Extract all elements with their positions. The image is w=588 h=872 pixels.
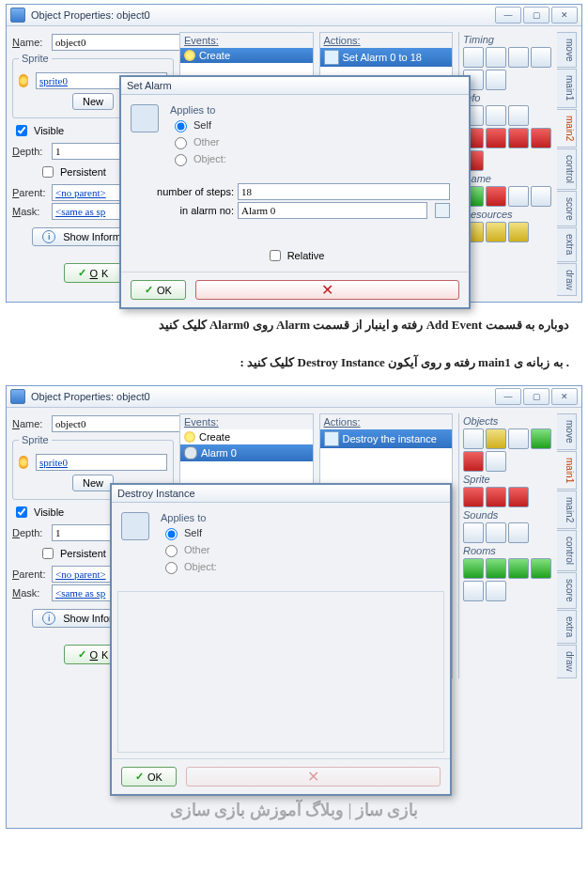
tab-move[interactable]: move (557, 32, 577, 68)
goto-room-icon[interactable] (531, 558, 551, 579)
action-destroy[interactable]: Destroy the instance (320, 429, 453, 448)
create-moving-icon[interactable] (486, 428, 506, 449)
tab-main2[interactable]: main2 (557, 109, 577, 148)
name-input[interactable] (52, 34, 183, 51)
instruction-2: . به زبانه ی main1 رفته و روی آیکون Dest… (0, 344, 588, 382)
destroy-instance-icon[interactable] (463, 451, 484, 472)
alarmno-select[interactable] (238, 202, 427, 219)
applies-other-radio[interactable]: Other (161, 542, 217, 557)
visible-checkbox[interactable] (16, 506, 27, 518)
sleep-icon[interactable] (486, 47, 506, 68)
event-create[interactable]: Create (180, 429, 313, 444)
applies-to-icon[interactable] (121, 512, 149, 540)
red4-icon[interactable] (531, 128, 551, 148)
stop-sound-icon[interactable] (486, 522, 506, 543)
dropdown-icon[interactable] (435, 203, 450, 218)
applies-self-radio[interactable]: Self (170, 117, 226, 132)
tab-score[interactable]: score (557, 191, 577, 226)
sprite-preview-icon (19, 456, 28, 469)
maximize-button[interactable]: ▢ (523, 7, 549, 23)
destroy-action-icon (324, 431, 339, 446)
tab-extra[interactable]: extra (557, 227, 577, 261)
applies-self-radio[interactable]: Self (161, 525, 217, 540)
applies-other-radio[interactable]: Other (170, 134, 226, 149)
check-sound-icon[interactable] (508, 522, 529, 543)
dialog-cancel-button[interactable]: ✕ (195, 280, 459, 300)
tab-draw[interactable]: draw (557, 645, 577, 678)
dialog-cancel-button[interactable]: ✕ (186, 767, 441, 786)
persistent-checkbox[interactable] (42, 548, 54, 559)
sprite2-icon[interactable] (486, 487, 506, 507)
close-button[interactable]: ✕ (551, 7, 578, 23)
applies-object-radio[interactable]: Object: (161, 559, 217, 574)
change-instance-icon[interactable] (531, 428, 551, 449)
info-action-icon[interactable] (486, 105, 506, 126)
action-categories: Timing Info Game Resources (458, 32, 551, 296)
res3-icon[interactable] (508, 222, 529, 242)
event-create[interactable]: Create (180, 48, 313, 63)
visible-checkbox[interactable] (16, 125, 27, 136)
applies-object-radio[interactable]: Object: (170, 151, 226, 166)
new-sprite-button[interactable]: New (72, 93, 114, 110)
app-icon (10, 389, 25, 404)
titlebar: Object Properties: object0 — ▢ ✕ (7, 5, 581, 26)
next-room-icon[interactable] (486, 558, 506, 579)
tab-move[interactable]: move (557, 413, 577, 449)
alarm-event-icon (184, 446, 197, 459)
close-button[interactable]: ✕ (551, 388, 578, 405)
ok-button[interactable]: OK (64, 263, 123, 283)
tab-control[interactable]: control (557, 530, 577, 571)
destroy-pos-icon[interactable] (486, 451, 506, 472)
load-icon[interactable] (531, 186, 551, 207)
new-sprite-button[interactable]: New (72, 475, 114, 491)
prev-room-icon[interactable] (463, 558, 484, 579)
maximize-button[interactable]: ▢ (523, 388, 549, 405)
timeline-icon[interactable] (508, 47, 529, 68)
sprite1-icon[interactable] (463, 487, 484, 507)
endgame-icon[interactable] (486, 186, 506, 207)
sprite3-icon[interactable] (508, 487, 529, 507)
restart-room-icon[interactable] (508, 558, 529, 579)
dialog-ok-button[interactable]: OK (131, 280, 186, 300)
tab-main1[interactable]: main1 (557, 451, 577, 490)
check-next-icon[interactable] (486, 581, 506, 601)
persistent-checkbox[interactable] (42, 166, 54, 178)
titlebar: Object Properties: object0 — ▢ ✕ (7, 386, 581, 408)
red2-icon[interactable] (486, 128, 506, 148)
visible-label: Visible (34, 506, 64, 518)
minimize-button[interactable]: — (495, 388, 521, 405)
tab-control[interactable]: control (557, 148, 577, 190)
events-header: Events: (180, 414, 313, 429)
timeline-pos-icon[interactable] (531, 47, 551, 68)
tab-draw[interactable]: draw (557, 263, 577, 297)
applies-to-icon[interactable] (131, 104, 159, 132)
tab-extra[interactable]: extra (557, 610, 577, 644)
sprite-select[interactable] (36, 454, 167, 471)
event-alarm0[interactable]: Alarm 0 (180, 444, 313, 461)
timeline-stop-icon[interactable] (486, 70, 506, 90)
tab-main1[interactable]: main1 (557, 69, 577, 107)
res2-icon[interactable] (486, 222, 506, 242)
steps-input[interactable] (238, 183, 450, 200)
dialog-ok-button[interactable]: OK (121, 767, 177, 786)
check-prev-icon[interactable] (463, 581, 484, 601)
sprite-title: Sprite (19, 53, 52, 64)
window-title: Object Properties: object0 (31, 391, 495, 402)
save-icon[interactable] (508, 186, 529, 207)
url-icon[interactable] (508, 105, 529, 126)
alarm-icon[interactable] (463, 47, 484, 68)
tab-score[interactable]: score (557, 572, 577, 608)
minimize-button[interactable]: — (495, 7, 521, 23)
action-set-alarm[interactable]: Set Alarm 0 to 18 (320, 48, 453, 67)
cat-info: Info (463, 92, 551, 103)
name-input[interactable] (52, 415, 183, 432)
tab-main2[interactable]: main2 (557, 490, 577, 529)
play-sound-icon[interactable] (463, 522, 484, 543)
create-random-icon[interactable] (508, 428, 529, 449)
cat-sprite: Sprite (463, 474, 551, 485)
relative-checkbox[interactable] (270, 250, 281, 261)
red3-icon[interactable] (508, 128, 529, 148)
create-instance-icon[interactable] (463, 428, 484, 449)
instruction-1: دوباره به قسمت Add Event رفته و اینبار ا… (0, 306, 588, 344)
info-icon: i (42, 230, 55, 243)
